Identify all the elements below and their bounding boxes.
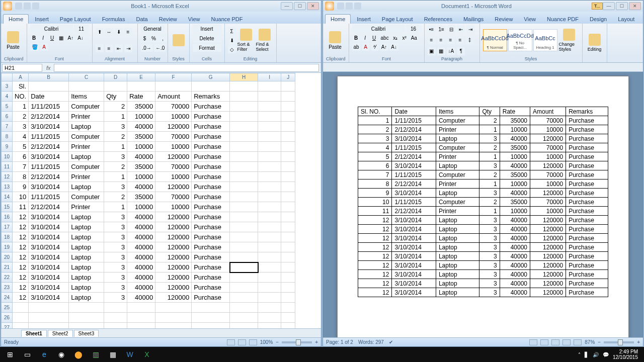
table-cell[interactable]: 3/10/2014: [392, 288, 436, 297]
table-cell[interactable]: Purchase: [566, 179, 608, 189]
table-cell[interactable]: 10000: [530, 152, 566, 161]
cell[interactable]: Printer: [69, 172, 104, 182]
table-cell[interactable]: 3: [479, 189, 500, 198]
number-format-select[interactable]: General: [141, 25, 165, 33]
cell[interactable]: 1/11/2015: [29, 162, 69, 172]
table-cell[interactable]: Laptop: [436, 189, 479, 198]
table-cell[interactable]: 3/10/2014: [392, 252, 436, 261]
table-cell[interactable]: Printer: [436, 207, 479, 216]
cell[interactable]: 1/11/2015: [29, 192, 69, 202]
table-cell[interactable]: 10000: [500, 125, 530, 134]
cell[interactable]: [230, 252, 258, 262]
cell[interactable]: Laptop: [69, 273, 104, 283]
italic-button[interactable]: I: [361, 34, 369, 42]
tab-layout[interactable]: Layout: [613, 15, 639, 24]
draft-view-button[interactable]: [574, 339, 582, 345]
office-button-icon[interactable]: [325, 2, 334, 11]
table-cell[interactable]: 12: [358, 234, 392, 243]
sheet-tab-sheet2[interactable]: Sheet2: [48, 330, 73, 337]
row-header[interactable]: 23: [2, 283, 13, 293]
cell[interactable]: 120000: [155, 283, 192, 293]
cell[interactable]: Purchase: [192, 252, 230, 262]
cell[interactable]: 3: [13, 122, 29, 132]
bold-button[interactable]: B: [30, 34, 38, 42]
table-cell[interactable]: 1/11/2015: [392, 116, 436, 125]
table-cell[interactable]: Computer: [436, 198, 479, 207]
cell[interactable]: Laptop: [69, 222, 104, 232]
cell[interactable]: 3/10/2014: [29, 182, 69, 192]
cell[interactable]: 12: [13, 232, 29, 242]
save-icon[interactable]: [337, 3, 344, 10]
cell[interactable]: 3/10/2014: [29, 262, 69, 273]
cell[interactable]: [230, 182, 258, 192]
table-cell[interactable]: 10000: [500, 207, 530, 216]
table-cell[interactable]: 12: [358, 261, 392, 270]
line-spacing-button[interactable]: ‡: [466, 36, 474, 44]
cell[interactable]: 120000: [155, 182, 192, 192]
row-header[interactable]: 15: [2, 202, 13, 212]
cell[interactable]: Computer: [69, 192, 104, 202]
cell[interactable]: Laptop: [69, 212, 104, 222]
table-cell[interactable]: 70000: [530, 116, 566, 125]
table-cell[interactable]: Purchase: [566, 152, 608, 161]
table-header[interactable]: Remarks: [566, 107, 608, 116]
cell[interactable]: 3: [104, 182, 127, 192]
cell[interactable]: 12: [13, 222, 29, 232]
cell[interactable]: 35000: [127, 102, 155, 112]
table-cell[interactable]: 40000: [500, 261, 530, 270]
cell[interactable]: 1/11/2015: [29, 102, 69, 112]
row-header[interactable]: 8: [2, 132, 13, 142]
cell[interactable]: Laptop: [69, 283, 104, 293]
cell[interactable]: 120000: [155, 122, 192, 132]
cell[interactable]: 40000: [127, 273, 155, 283]
table-cell[interactable]: Laptop: [436, 279, 479, 288]
cell[interactable]: Purchase: [192, 273, 230, 283]
find-select-button[interactable]: Find & Select: [256, 27, 273, 53]
table-cell[interactable]: 40000: [500, 134, 530, 143]
row-header[interactable]: 7: [2, 122, 13, 132]
strikethrough-button[interactable]: abc: [379, 34, 390, 42]
align-left-button[interactable]: ≡: [428, 36, 436, 44]
table-cell[interactable]: 12: [358, 216, 392, 225]
edge-icon[interactable]: e: [36, 348, 52, 361]
clear-button[interactable]: ◇: [228, 45, 236, 53]
table-cell[interactable]: 120000: [530, 234, 566, 243]
cell[interactable]: 8: [13, 172, 29, 182]
table-cell[interactable]: 1: [358, 116, 392, 125]
cell[interactable]: [230, 162, 258, 172]
table-cell[interactable]: 3: [479, 270, 500, 279]
editing-button[interactable]: Editing: [586, 30, 604, 56]
bold-button[interactable]: B: [352, 34, 360, 42]
zoom-out-button[interactable]: −: [276, 339, 279, 345]
tab-insert[interactable]: Insert: [30, 15, 54, 24]
cell[interactable]: 120000: [155, 252, 192, 262]
cell[interactable]: Computer: [69, 162, 104, 172]
table-cell[interactable]: Purchase: [566, 216, 608, 225]
cell[interactable]: Purchase: [192, 152, 230, 162]
font-color-button[interactable]: A: [40, 43, 48, 51]
tab-view[interactable]: View: [519, 15, 541, 24]
zoom-slider[interactable]: [604, 341, 634, 343]
cell[interactable]: [230, 152, 258, 162]
table-cell[interactable]: 1: [479, 207, 500, 216]
web-layout-view-button[interactable]: [551, 339, 559, 345]
table-cell[interactable]: 7: [358, 170, 392, 179]
row-header[interactable]: 13: [2, 182, 13, 192]
style-item[interactable]: AaBbCcDd¶ Normal: [483, 29, 507, 51]
styles-button[interactable]: [171, 27, 186, 53]
page-count[interactable]: Page: 1 of 2: [326, 339, 353, 345]
col-header-I[interactable]: I: [258, 73, 281, 81]
table-cell[interactable]: Purchase: [566, 252, 608, 261]
cell[interactable]: [230, 283, 258, 293]
table-cell[interactable]: 3/10/2014: [392, 270, 436, 279]
fx-icon[interactable]: fx: [43, 65, 54, 71]
italic-button[interactable]: I: [39, 34, 47, 42]
style-gallery[interactable]: AaBbCcDd¶ NormalAaBbCcDd¶ No Spaci...AaB…: [483, 29, 557, 51]
underline-button[interactable]: U: [48, 34, 56, 42]
table-header[interactable]: Amount: [530, 107, 566, 116]
cell[interactable]: [230, 132, 258, 142]
word-taskbar-icon[interactable]: W: [122, 348, 138, 361]
table-cell[interactable]: Laptop: [436, 216, 479, 225]
table-cell[interactable]: Laptop: [436, 134, 479, 143]
table-cell[interactable]: 40000: [500, 252, 530, 261]
